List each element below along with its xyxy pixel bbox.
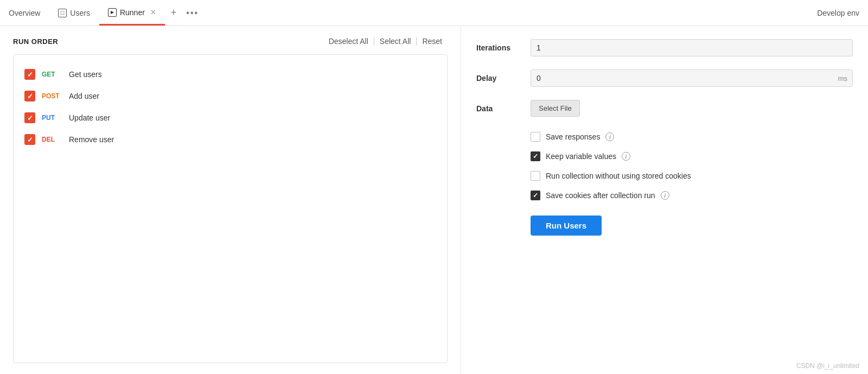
- main-content: RUN ORDER Deselect All Select All Reset …: [0, 26, 868, 374]
- request-name-add-user: Add user: [69, 92, 99, 100]
- run-button[interactable]: Run Users: [531, 215, 602, 236]
- run-order-header: RUN ORDER Deselect All Select All Reset: [13, 37, 448, 46]
- plus-icon: +: [171, 7, 177, 18]
- delay-label: Delay: [476, 74, 531, 83]
- request-name-remove-user: Remove user: [69, 135, 114, 144]
- checkbox-keep-variable-values[interactable]: [531, 151, 540, 161]
- iterations-label: Iterations: [476, 43, 531, 52]
- method-badge-get-users: GET: [42, 71, 62, 78]
- method-badge-update-user: PUT: [42, 114, 62, 122]
- delay-input[interactable]: [531, 69, 853, 87]
- develop-env-label: Develop env: [817, 9, 859, 17]
- left-panel: RUN ORDER Deselect All Select All Reset …: [0, 26, 461, 374]
- checkbox-get-users[interactable]: [24, 69, 35, 80]
- deselect-all-button[interactable]: Deselect All: [323, 37, 374, 46]
- run-order-actions: Deselect All Select All Reset: [323, 37, 448, 46]
- checkbox-add-user[interactable]: [24, 91, 35, 102]
- tab-overview[interactable]: Overview: [0, 0, 49, 26]
- checkboxes-section: Save responsesiKeep variable valuesiRun …: [531, 132, 853, 200]
- right-panel: Iterations Delay ms Data Select File Sav…: [461, 26, 868, 374]
- request-item-add-user[interactable]: POSTAdd user: [20, 85, 441, 107]
- tab-overview-label: Overview: [9, 9, 40, 17]
- request-item-get-users[interactable]: GETGet users: [20, 64, 441, 85]
- iterations-row: Iterations: [476, 39, 853, 56]
- checkbox-remove-user[interactable]: [24, 134, 35, 145]
- request-list: GETGet usersPOSTAdd userPUTUpdate userDE…: [13, 54, 448, 363]
- checkbox-save-cookies[interactable]: [531, 191, 540, 200]
- tab-more-button[interactable]: •••: [182, 0, 203, 26]
- checkbox-label-save-responses: Save responses: [546, 132, 600, 141]
- select-file-button[interactable]: Select File: [531, 100, 580, 117]
- file-icon: ☐: [58, 9, 67, 17]
- run-order-title: RUN ORDER: [13, 37, 58, 46]
- info-icon-save-responses: i: [605, 132, 614, 141]
- checkbox-run-without-cookies[interactable]: [531, 171, 540, 181]
- checkbox-row-save-cookies[interactable]: Save cookies after collection runi: [531, 191, 853, 200]
- info-icon-keep-variable-values: i: [622, 152, 630, 161]
- checkbox-row-run-without-cookies[interactable]: Run collection without using stored cook…: [531, 171, 853, 181]
- checkbox-label-save-cookies: Save cookies after collection run: [546, 191, 655, 200]
- delay-unit: ms: [838, 74, 847, 83]
- watermark: CSDN @i_i_unlimited: [796, 362, 859, 370]
- checkbox-row-save-responses[interactable]: Save responsesi: [531, 132, 853, 142]
- checkbox-row-keep-variable-values[interactable]: Keep variable valuesi: [531, 151, 853, 161]
- tab-runner-label: Runner: [120, 8, 145, 17]
- tab-users-label: Users: [70, 9, 90, 17]
- request-item-update-user[interactable]: PUTUpdate user: [20, 107, 441, 129]
- tab-users[interactable]: ☐ Users: [49, 0, 99, 26]
- iterations-input[interactable]: [531, 39, 853, 56]
- data-row: Data Select File: [476, 100, 853, 117]
- ellipsis-icon: •••: [186, 8, 199, 18]
- request-name-update-user: Update user: [69, 113, 110, 122]
- request-name-get-users: Get users: [69, 70, 102, 79]
- runner-icon: [108, 8, 117, 17]
- info-icon-save-cookies: i: [661, 191, 669, 200]
- delay-input-wrap: ms: [531, 69, 853, 87]
- tab-runner[interactable]: Runner ✕: [99, 0, 165, 26]
- request-item-remove-user[interactable]: DELRemove user: [20, 129, 441, 150]
- run-button-wrap: Run Users: [531, 215, 853, 236]
- select-all-button[interactable]: Select All: [374, 37, 417, 46]
- tab-add-button[interactable]: +: [165, 0, 182, 26]
- checkbox-label-keep-variable-values: Keep variable values: [546, 152, 616, 161]
- checkbox-save-responses[interactable]: [531, 132, 540, 142]
- develop-env-button[interactable]: Develop env: [808, 0, 868, 26]
- method-badge-remove-user: DEL: [42, 136, 62, 143]
- method-badge-add-user: POST: [42, 92, 62, 100]
- delay-row: Delay ms: [476, 69, 853, 87]
- reset-button[interactable]: Reset: [417, 37, 448, 46]
- tab-bar: Overview ☐ Users Runner ✕ + ••• Develop …: [0, 0, 868, 26]
- checkbox-update-user[interactable]: [24, 112, 35, 123]
- data-label: Data: [476, 104, 531, 113]
- tab-close-icon[interactable]: ✕: [150, 9, 156, 16]
- checkbox-label-run-without-cookies: Run collection without using stored cook…: [546, 172, 691, 180]
